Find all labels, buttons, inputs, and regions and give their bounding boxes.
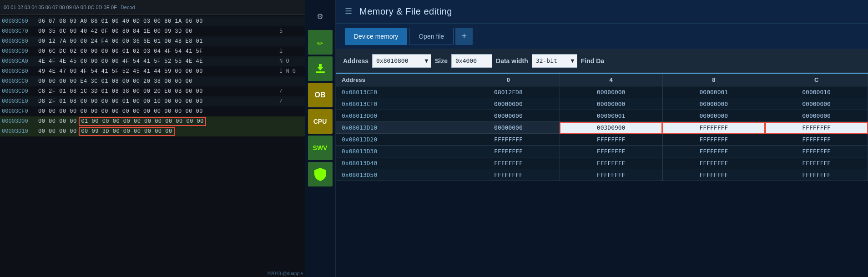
cell-0[interactable]: 08012FD8 — [457, 86, 560, 98]
cell-addr: 0x08013D20 — [336, 134, 457, 146]
row-address: 00003CA0 — [2, 56, 38, 66]
row-address: 00003D10 — [2, 126, 38, 136]
hex-row[interactable]: 00003CD0 C8 2F 01 08 1C 3D 01 08 38 00 0… — [0, 86, 305, 96]
cell-c[interactable]: FFFFFFFF — [765, 134, 868, 146]
row-bytes: 00 00 00 00 E4 3C 01 08 00 00 20 38 00 0… — [38, 76, 276, 86]
top-header: ☰ Memory & File editing — [336, 0, 868, 24]
swv-icon[interactable]: SWV — [308, 136, 333, 160]
cell-addr: 0x08013D30 — [336, 146, 457, 157]
svg-marker-1 — [317, 64, 323, 71]
hex-editor-panel: 00 01 02 03 04 05 06 07 08 09 0A 0B 0C 0… — [0, 0, 305, 277]
cell-0[interactable]: FFFFFFFF — [457, 146, 560, 157]
size-input[interactable] — [451, 54, 492, 68]
cpu-icon[interactable]: CPU — [308, 109, 333, 134]
row-address: 00003C70 — [2, 26, 38, 36]
table-row[interactable]: 0x08013D20 FFFFFFFF FFFFFFFF FFFFFFFF FF… — [336, 134, 868, 146]
tab-device-memory[interactable]: Device memory — [345, 28, 407, 45]
cell-0[interactable]: 00000000 — [457, 122, 560, 134]
table-row[interactable]: 0x08013D00 00000000 00000001 00000000 00… — [336, 110, 868, 122]
pencil-icon[interactable]: ✏ — [308, 30, 333, 55]
cell-8[interactable]: FFFFFFFF — [662, 146, 765, 157]
cell-c[interactable]: 00000000 — [765, 98, 868, 110]
data-width-input[interactable] — [532, 54, 568, 68]
cell-4[interactable]: FFFFFFFF — [560, 157, 662, 169]
row-address: 00003CF0 — [2, 106, 38, 116]
table-row[interactable]: 0x08013D40 FFFFFFFF FFFFFFFF FFFFFFFF FF… — [336, 157, 868, 169]
address-input[interactable] — [372, 54, 422, 68]
shield-icon[interactable] — [308, 162, 333, 186]
cell-c[interactable]: 00000010 — [765, 86, 868, 98]
cell-c[interactable]: FFFFFFFF — [765, 146, 868, 157]
table-row[interactable]: 0x08013CE0 08012FD8 00000000 00000001 00… — [336, 86, 868, 98]
cell-c[interactable]: FFFFFFFF — [765, 157, 868, 169]
cell-8[interactable]: FFFFFFFF — [662, 169, 765, 181]
cell-8[interactable]: 00000001 — [662, 86, 765, 98]
tab-plus[interactable]: + — [455, 28, 473, 45]
row-address: 00003C80 — [2, 36, 38, 46]
ob-icon[interactable]: OB — [308, 83, 333, 107]
row-bytes: 00 12 7A 00 00 24 F4 00 00 36 6E 01 00 4… — [38, 36, 276, 46]
cell-4[interactable]: FFFFFFFF — [560, 134, 662, 146]
cell-c[interactable]: FFFFFFFF — [765, 169, 868, 181]
row-bytes: 06 07 08 09 A0 86 01 00 40 0D 03 00 80 1… — [38, 16, 276, 26]
cell-4[interactable]: 00000000 — [560, 86, 662, 98]
cell-4[interactable]: 00000001 — [560, 110, 662, 122]
hex-row[interactable]: 00003CA0 4E 4F 4E 45 00 00 00 00 4F 54 4… — [0, 56, 305, 66]
download-icon[interactable] — [308, 56, 333, 81]
data-width-dropdown[interactable]: ▼ — [568, 54, 577, 68]
row-bytes: 49 4E 47 00 4F 54 41 5F 52 45 41 44 59 0… — [38, 66, 276, 76]
row-bytes: 00 00 00 00 01 00 00 00 00 00 00 00 00 0… — [38, 116, 276, 126]
row-ascii: / — [276, 86, 303, 96]
tab-open-file[interactable]: Open file — [409, 28, 454, 45]
row-bytes: 00 00 00 00 00 00 00 00 00 00 00 00 00 0… — [38, 106, 276, 116]
find-data-label: Find Da — [581, 57, 604, 65]
row-bytes: 00 6C DC 02 00 00 00 00 01 02 03 04 4F 5… — [38, 46, 276, 56]
row-address: 00003C60 — [2, 16, 38, 26]
row-bytes: D8 2F 01 08 00 00 00 00 01 00 00 10 00 0… — [38, 96, 276, 106]
hex-row[interactable]: 00003CE0 D8 2F 01 08 00 00 00 00 01 00 0… — [0, 96, 305, 106]
hex-row[interactable]: 00003CC0 00 00 00 00 E4 3C 01 08 00 00 2… — [0, 76, 305, 86]
row-ascii: / — [276, 96, 303, 106]
table-row[interactable]: 0x08013D50 FFFFFFFF FFFFFFFF FFFFFFFF FF… — [336, 169, 868, 181]
cell-8[interactable]: 00000000 — [662, 98, 765, 110]
cell-4-selected[interactable]: 003D0900 — [560, 122, 662, 134]
table-row-highlighted[interactable]: 0x08013D10 00000000 003D0900 FFFFFFFF FF… — [336, 122, 868, 134]
gear-icon[interactable]: ⚙ — [308, 4, 333, 28]
cell-4[interactable]: 00000000 — [560, 98, 662, 110]
cell-addr: 0x08013D50 — [336, 169, 457, 181]
cell-8[interactable]: 00000000 — [662, 110, 765, 122]
cell-0[interactable]: 00000000 — [457, 98, 560, 110]
cell-c[interactable]: 00000000 — [765, 110, 868, 122]
cell-0[interactable]: 00000000 — [457, 110, 560, 122]
hex-row[interactable]: 00003C80 00 12 7A 00 00 24 F4 00 00 36 6… — [0, 36, 305, 46]
table-row[interactable]: 0x08013D30 FFFFFFFF FFFFFFFF FFFFFFFF FF… — [336, 146, 868, 157]
hex-row[interactable]: 00003D00 00 00 00 00 01 00 00 00 00 00 0… — [0, 116, 305, 126]
row-ascii: 5 — [276, 26, 303, 36]
cell-4[interactable]: FFFFFFFF — [560, 169, 662, 181]
address-input-group: ▼ — [372, 54, 431, 68]
hex-row[interactable]: 00003CF0 00 00 00 00 00 00 00 00 00 00 0… — [0, 106, 305, 116]
cell-c-selected[interactable]: FFFFFFFF — [765, 122, 868, 134]
data-width-label: Data width — [496, 57, 528, 65]
cell-4[interactable]: FFFFFFFF — [560, 146, 662, 157]
hex-row[interactable]: 00003C70 00 35 0C 00 40 42 0F 00 80 84 1… — [0, 26, 305, 36]
cell-8[interactable]: FFFFFFFF — [662, 157, 765, 169]
cell-0[interactable]: FFFFFFFF — [457, 157, 560, 169]
hamburger-icon[interactable]: ☰ — [345, 6, 352, 16]
data-width-group: ▼ — [532, 54, 577, 68]
hex-header: 00 01 02 03 04 05 06 07 08 09 0A 0B 0C 0… — [0, 0, 305, 15]
main-content: ☰ Memory & File editing Device memory Op… — [336, 0, 868, 277]
memory-table: Address 0 4 8 C 0x08013CE0 08012FD8 0000… — [336, 73, 868, 181]
hex-row[interactable]: 00003C90 00 6C DC 02 00 00 00 00 01 02 0… — [0, 46, 305, 56]
hex-row[interactable]: 00003D10 00 00 00 00 00 09 3D 00 00 00 0… — [0, 126, 305, 136]
cell-8-selected[interactable]: FFFFFFFF — [662, 122, 765, 134]
hex-row[interactable]: 00003C60 06 07 08 09 A0 86 01 00 40 0D 0… — [0, 16, 305, 26]
row-address: 00003D00 — [2, 116, 38, 126]
cell-8[interactable]: FFFFFFFF — [662, 134, 765, 146]
table-row[interactable]: 0x08013CF0 00000000 00000000 00000000 00… — [336, 98, 868, 110]
hex-row[interactable]: 00003CB0 49 4E 47 00 4F 54 41 5F 52 45 4… — [0, 66, 305, 76]
cell-0[interactable]: FFFFFFFF — [457, 134, 560, 146]
address-dropdown[interactable]: ▼ — [422, 54, 431, 68]
cell-0[interactable]: FFFFFFFF — [457, 169, 560, 181]
col-header-4: 4 — [560, 73, 662, 86]
